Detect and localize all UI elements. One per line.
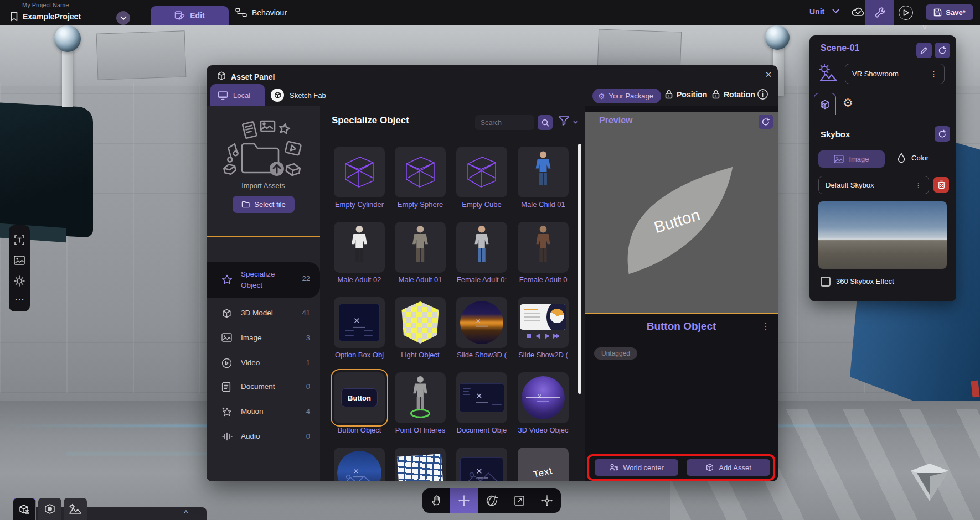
environment-dropdown[interactable]: VR Showroom ⋮ [845,64,945,84]
sidebar-item-label: Document [241,382,275,391]
kebab-menu-icon: ⋮ [915,181,922,189]
asset-card[interactable] [456,147,507,197]
dock-chevron-up-icon[interactable]: ^ [184,508,188,517]
asset-card[interactable]: ✕ [334,448,385,481]
sidebar-item-motion[interactable]: Motion 4 [207,401,320,423]
world-center-button[interactable]: World center [595,459,678,476]
unit-dropdown[interactable]: Unit [809,7,824,16]
scene-refresh-button[interactable] [935,43,950,58]
sidebar-item-document[interactable]: Document 0 [207,376,320,398]
asset-card[interactable] [518,222,569,273]
dock-tab-objects[interactable] [13,498,36,520]
cloud-sync-icon[interactable] [851,6,865,17]
info-icon[interactable] [757,89,768,100]
scene-edit-button[interactable] [916,43,932,58]
asset-card[interactable] [395,147,446,197]
sidebar-item-3d-model[interactable]: 3D Model 41 [207,303,320,325]
scene-panel-collapse-icon[interactable]: ˅ [922,23,927,32]
skybox-image-toggle[interactable]: Image [818,150,885,168]
asset-card[interactable] [518,147,569,197]
text-tool-icon[interactable] [14,235,25,246]
skybox-delete-button[interactable] [933,177,949,193]
light-tool-icon[interactable] [14,275,25,287]
asset-card[interactable]: ✕ [456,448,507,481]
search-input[interactable] [475,115,534,130]
filter-chevron-icon[interactable] [573,121,578,124]
skybox-color-label[interactable]: Color [911,154,929,162]
asset-card[interactable]: ✕ [456,372,507,423]
skybox-effect-label: 360 Skybox Effect [836,277,894,285]
skybox-effect-checkbox[interactable] [821,277,831,287]
viewport-glass-sphere [54,25,81,52]
skybox-image-label: Image [849,155,869,163]
scale-tool-button[interactable] [506,488,533,513]
import-assets-label: Import Assets [207,181,320,190]
select-file-button[interactable]: Select file [233,196,295,213]
dock-tab-environment[interactable] [64,498,87,520]
kebab-menu-icon[interactable]: ⋮ [761,321,770,331]
image-icon [221,333,232,342]
tab-behaviour[interactable]: Behaviour [235,8,287,17]
play-button[interactable] [899,6,913,20]
asset-card[interactable]: ✕ [334,297,385,348]
project-name[interactable]: ExampleProject [23,12,81,21]
asset-card[interactable] [395,372,446,423]
asset-card-label: Female Adult 0 [514,275,572,285]
asset-card[interactable] [395,448,446,481]
sidebar-item-specialize-object[interactable]: Specialize Object 22 [207,262,320,298]
tab-skybox-settings[interactable] [814,93,836,115]
asset-card[interactable]: Text [518,448,569,481]
close-icon[interactable]: ✕ [761,67,776,82]
grid-scrollbar[interactable] [578,144,581,394]
project-dropdown-button[interactable] [116,11,130,25]
color-drop-icon[interactable] [897,153,906,163]
sidebar-item-audio[interactable]: Audio 0 [207,426,320,448]
sidebar-item-label: Video [241,358,260,367]
sidebar-item-count: 0 [306,432,310,440]
project-label: My Project Name [22,2,69,8]
asset-card[interactable]: ✕ [456,297,507,348]
asset-card-selected[interactable]: Button [334,372,385,423]
world-center-label: World center [623,464,663,472]
tab-sketchfab[interactable]: Sketch Fab [271,89,326,102]
move-tool-button[interactable] [450,488,478,513]
more-tools-icon[interactable]: ⋯ [14,297,24,302]
tab-edit[interactable]: Edit [151,6,229,25]
skybox-refresh-button[interactable] [935,126,950,142]
asset-card[interactable] [334,147,385,197]
sidebar-item-count: 3 [306,334,310,342]
skybox-preview-image[interactable] [818,201,947,269]
asset-card[interactable] [518,297,569,348]
add-asset-button[interactable]: Add Asset [687,459,770,476]
tab-local[interactable]: Local [210,84,265,106]
image-tool-icon[interactable] [14,256,25,265]
save-button[interactable]: Save* [926,4,973,20]
preview-title: Preview [599,116,632,126]
skybox-dropdown[interactable]: Default Skybox ⋮ [818,176,929,194]
environment-icon [817,62,839,84]
asset-card[interactable] [456,222,507,273]
asset-card-label: Document Obje [452,426,511,436]
rotation-lock-toggle[interactable]: Rotation [712,90,755,99]
transform-gizmo-button[interactable] [533,488,561,513]
search-button[interactable] [538,115,553,130]
preview-viewport[interactable]: Button [585,112,778,313]
asset-card[interactable] [395,222,446,273]
sidebar-item-image[interactable]: Image 3 [207,327,320,350]
tools-button[interactable] [865,0,894,25]
sidebar-item-video[interactable]: Video 1 [207,352,320,375]
asset-card[interactable]: ✕ [518,372,569,423]
your-package-button[interactable]: ⚙ Your Package [592,89,661,103]
position-lock-toggle[interactable]: Position [665,90,707,99]
button-shape-preview: Button [620,160,739,279]
tab-scene-settings[interactable]: ⚙ [843,96,853,110]
pan-tool-button[interactable] [422,488,450,513]
rotate-tool-button[interactable] [478,488,506,513]
top-bar: My Project Name ExampleProject Edit Beha… [0,0,980,25]
dock-tab-prefabs[interactable] [38,498,61,520]
asset-card[interactable] [334,222,385,273]
preview-refresh-button[interactable] [759,115,773,129]
asset-card[interactable] [395,297,446,348]
filter-icon[interactable] [559,116,569,126]
unit-chevron-icon[interactable] [832,9,839,14]
